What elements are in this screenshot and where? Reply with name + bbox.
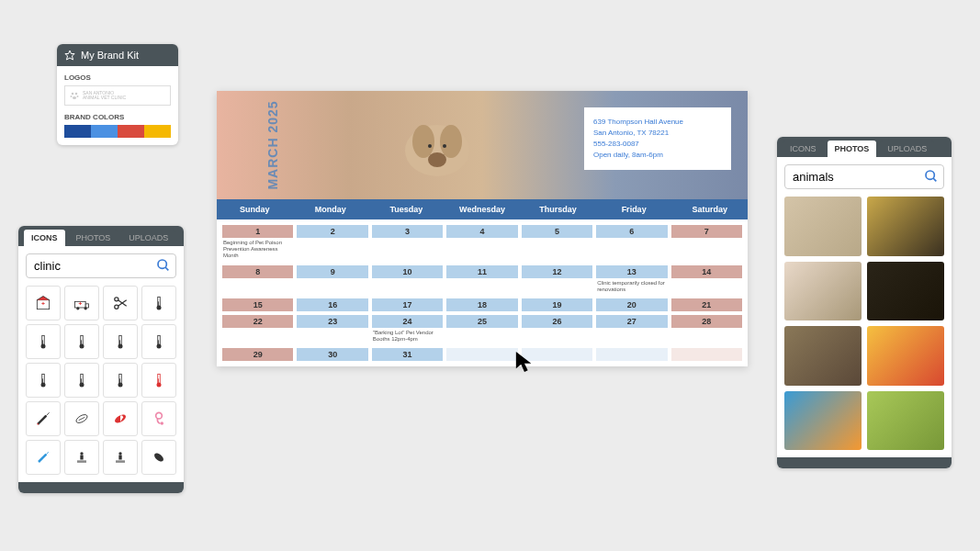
calendar-cell[interactable]: 18 xyxy=(445,297,519,313)
calendar-cell[interactable]: 4 xyxy=(445,223,519,264)
pill-icon[interactable] xyxy=(64,401,99,436)
calendar-cell[interactable]: 19 xyxy=(520,297,594,313)
first-aid-icon[interactable] xyxy=(26,286,61,320)
date-number: 1 xyxy=(222,225,293,238)
paw-icon xyxy=(69,90,80,101)
temp-diag-icon[interactable] xyxy=(103,324,138,359)
date-number: 14 xyxy=(671,265,742,278)
calendar-cell[interactable]: 11 xyxy=(445,264,519,297)
tab-photos[interactable]: PHOTOS xyxy=(828,141,877,157)
color-swatch[interactable] xyxy=(144,125,171,138)
date-number xyxy=(671,348,742,361)
svg-rect-61 xyxy=(118,455,121,460)
syringe-icon[interactable] xyxy=(26,401,61,436)
panel-footer xyxy=(18,482,184,493)
calendar-cell[interactable]: 26 xyxy=(520,313,594,346)
calendar-cell[interactable]: 21 xyxy=(670,297,744,313)
calendar-cell[interactable]: 22 xyxy=(220,313,295,346)
calendar-cell[interactable]: 5 xyxy=(520,223,594,264)
date-number: 15 xyxy=(222,298,293,311)
temp-low-icon[interactable] xyxy=(26,324,61,359)
scissors-icon[interactable] xyxy=(103,286,138,320)
svg-marker-0 xyxy=(65,51,74,60)
color-swatch[interactable] xyxy=(118,125,144,138)
date-number xyxy=(446,348,517,361)
calendar-cell[interactable]: 25 xyxy=(445,313,519,346)
calendar-cell[interactable]: 16 xyxy=(295,297,369,313)
calendar-cell[interactable]: 27 xyxy=(594,313,669,346)
calendar-cell[interactable]: 2 xyxy=(295,223,369,264)
color-swatch[interactable] xyxy=(64,125,91,138)
tab-icons[interactable]: ICONS xyxy=(783,141,824,157)
photo-flowers[interactable] xyxy=(867,326,944,386)
temp-line-icon[interactable] xyxy=(141,324,176,359)
calendar-cell[interactable]: 30 xyxy=(295,346,369,363)
color-swatch[interactable] xyxy=(91,125,118,138)
calendar-cell[interactable]: 10 xyxy=(370,264,445,297)
search-icon[interactable] xyxy=(156,258,171,273)
temp-hot-icon[interactable] xyxy=(141,363,176,398)
date-number: 18 xyxy=(446,298,517,311)
massage-icon[interactable] xyxy=(64,440,99,475)
tab-photos[interactable]: PHOTOS xyxy=(69,230,118,246)
calendar-cell[interactable]: 13Clinic temporarily closed for renovati… xyxy=(594,264,669,297)
calendar-cell[interactable]: 14 xyxy=(670,264,744,297)
icons-panel-tabs: ICONSPHOTOSUPLOADS xyxy=(18,226,184,246)
photo-puppy[interactable] xyxy=(784,262,862,321)
logo-preview[interactable]: SAN ANTONIOANIMAL VET CLINIC xyxy=(64,85,171,106)
calendar-cell[interactable]: 31 xyxy=(370,346,445,363)
temp-bulb-icon[interactable] xyxy=(103,363,138,398)
capsule-icon[interactable] xyxy=(103,401,138,436)
calendar-canvas[interactable]: MARCH 2025 639 Thompson Hall Avenue San … xyxy=(217,91,748,366)
tab-uploads[interactable]: UPLOADS xyxy=(121,230,175,246)
calendar-grid: 1Beginning of Pet Poison Prevention Awar… xyxy=(217,219,748,366)
calendar-cell[interactable]: 12 xyxy=(520,264,594,297)
photo-lion-roar[interactable] xyxy=(867,197,944,256)
stethoscope-icon[interactable] xyxy=(141,401,176,436)
calendar-cell[interactable]: 7 xyxy=(670,223,744,264)
temp-vert-icon[interactable] xyxy=(64,363,99,398)
calendar-cell[interactable]: 6 xyxy=(594,223,669,264)
day-header: Friday xyxy=(596,199,672,219)
calendar-cell[interactable]: 15 xyxy=(220,297,295,313)
calendar-cell[interactable] xyxy=(445,346,519,363)
calendar-cell[interactable]: 8 xyxy=(220,264,295,297)
date-number: 24 xyxy=(372,315,443,328)
calendar-day-headers: SundayMondayTuesdayWednesdayThursdayFrid… xyxy=(217,199,748,219)
calendar-cell[interactable]: 23 xyxy=(295,313,369,346)
calendar-cell[interactable] xyxy=(594,346,669,363)
date-number: 9 xyxy=(297,265,367,278)
photo-elephant[interactable] xyxy=(784,326,862,386)
temp-angle-icon[interactable] xyxy=(26,363,61,398)
treatment-icon[interactable] xyxy=(103,440,138,475)
ambulance-icon[interactable] xyxy=(64,286,99,320)
svg-point-57 xyxy=(80,452,83,455)
svg-rect-59 xyxy=(77,460,86,463)
medicine-icon[interactable] xyxy=(141,440,176,475)
thermometer-icon[interactable] xyxy=(141,286,176,320)
svg-point-54 xyxy=(161,422,163,424)
search-icon[interactable] xyxy=(924,169,939,184)
calendar-cell[interactable] xyxy=(670,346,744,363)
svg-point-69 xyxy=(443,144,446,148)
svg-rect-41 xyxy=(81,378,82,385)
calendar-cell[interactable]: 9 xyxy=(295,264,369,297)
photo-meadow[interactable] xyxy=(867,391,944,451)
tab-icons[interactable]: ICONS xyxy=(24,230,65,246)
calendar-cell[interactable]: 24"Barking Lot" Pet Vendor Booths 12pm-4… xyxy=(370,313,445,346)
calendar-cell[interactable]: 20 xyxy=(594,297,669,313)
photos-search-input[interactable] xyxy=(784,164,944,189)
icons-search-input[interactable] xyxy=(26,253,176,278)
photo-kingfisher[interactable] xyxy=(784,391,862,451)
temp-med-icon[interactable] xyxy=(64,324,99,359)
calendar-cell[interactable]: 29 xyxy=(220,346,295,363)
calendar-cell[interactable]: 17 xyxy=(370,297,445,313)
photo-lion-dark[interactable] xyxy=(867,262,944,321)
calendar-cell[interactable]: 28 xyxy=(670,313,744,346)
date-number: 28 xyxy=(671,315,742,328)
calendar-cell[interactable]: 3 xyxy=(370,223,445,264)
injection-icon[interactable] xyxy=(26,440,61,475)
calendar-cell[interactable]: 1Beginning of Pet Poison Prevention Awar… xyxy=(220,223,295,264)
photo-horse[interactable] xyxy=(784,197,862,256)
tab-uploads[interactable]: UPLOADS xyxy=(880,141,934,157)
